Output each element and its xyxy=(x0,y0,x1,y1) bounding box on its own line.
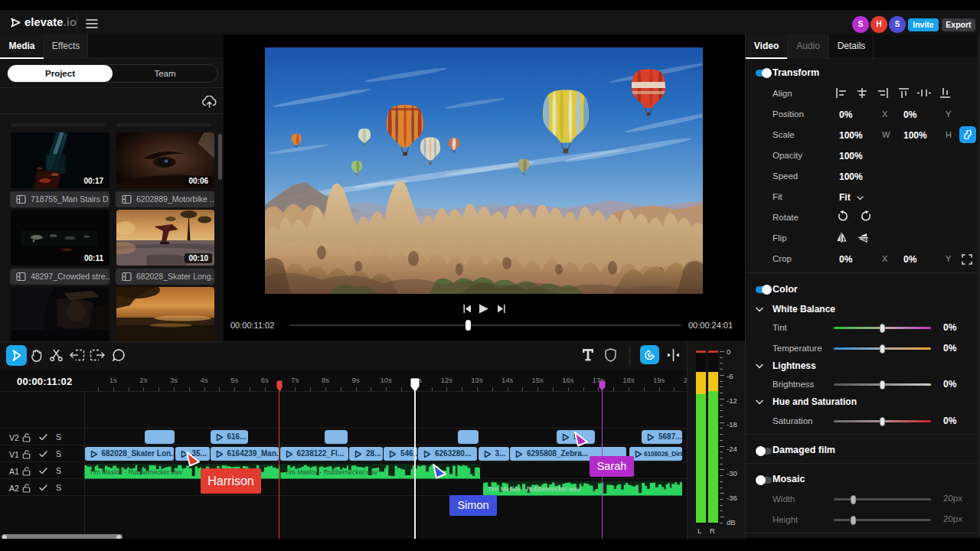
svg-text:Tim Maslov - Rubbernecker.wav: Tim Maslov - Rubbernecker.wav xyxy=(285,468,378,476)
svg-text:Tim Maslov - Rubbernecker.wav: Tim Maslov - Rubbernecker.wav xyxy=(488,485,581,493)
svg-text:Tim Maslov - Rubbernecker.wav: Tim Maslov - Rubbernecker.wav xyxy=(90,468,183,476)
